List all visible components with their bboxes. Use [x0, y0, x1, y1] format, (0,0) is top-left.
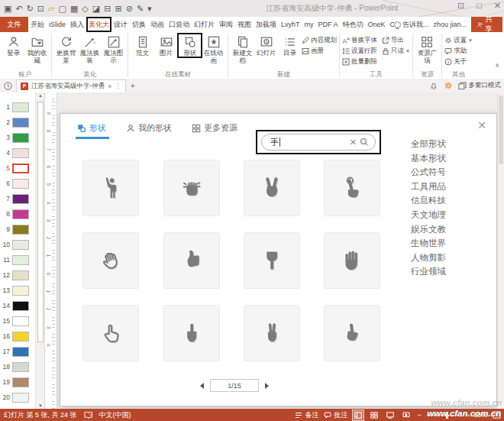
category-item[interactable]: 信息科技: [411, 193, 446, 208]
file-tab[interactable]: 文件: [0, 17, 28, 32]
multi-window-mode[interactable]: 多窗口模式: [458, 81, 502, 90]
ribbon-tab-16[interactable]: OneK: [366, 17, 388, 32]
shape-result[interactable]: [244, 232, 300, 289]
fit-to-window-icon[interactable]: [493, 411, 501, 419]
sample-doc-button[interactable]: 范文: [131, 34, 154, 57]
shape-result[interactable]: [163, 232, 220, 289]
slideshow-icon[interactable]: ⊡: [37, 5, 44, 13]
ribbon-tab-14[interactable]: PDF A: [316, 17, 341, 32]
category-item[interactable]: 行业领域: [411, 264, 446, 279]
slide-thumbnail[interactable]: [12, 148, 29, 158]
album-button[interactable]: 画册: [302, 46, 337, 56]
close-icon[interactable]: ✕: [494, 2, 501, 10]
slide-thumbnail[interactable]: [12, 194, 29, 204]
ribbon-tab-11[interactable]: 加载项: [254, 17, 279, 32]
export-button[interactable]: 导出: [382, 35, 410, 45]
slide-thumbnail[interactable]: [12, 286, 29, 296]
slide-panel-scrollbar[interactable]: ▲ ▼: [35, 92, 44, 409]
replace-font-button[interactable]: A 替换字体: [342, 35, 377, 45]
login-button[interactable]: 登录: [2, 34, 25, 57]
slide-thumbnail[interactable]: [12, 209, 29, 219]
slide-thumbnail[interactable]: [12, 316, 29, 326]
new-document-button[interactable]: 新建文档: [231, 34, 254, 64]
help-button[interactable]: 求助: [444, 46, 473, 56]
tab-menu-icon[interactable]: ⋮: [115, 83, 121, 89]
shapes-icon[interactable]: ◇: [82, 5, 88, 13]
category-item[interactable]: 生物世界: [411, 236, 446, 251]
document-tab[interactable]: P 江苏省海安高级中学-仲勇 × ⋮: [16, 79, 126, 92]
tab-shapes[interactable]: 形状: [77, 122, 106, 134]
ribbon-tab-0[interactable]: 开始: [28, 17, 47, 32]
slide-thumbnail[interactable]: [12, 270, 29, 280]
proofing-icon[interactable]: [84, 411, 92, 419]
prev-page-icon[interactable]: [200, 383, 204, 389]
about-button[interactable]: 关于: [444, 57, 473, 66]
collapse-ribbon-icon[interactable]: ∧: [495, 62, 499, 69]
change-background-button[interactable]: 更换背景: [54, 34, 78, 64]
batch-delete-button[interactable]: 批量删除: [342, 57, 377, 66]
content-plan-button[interactable]: 内容规划: [302, 35, 337, 45]
pen-icon[interactable]: ✎: [137, 5, 144, 13]
ribbon-tab-8[interactable]: 幻灯片: [192, 17, 217, 32]
reading-view-button[interactable]: [385, 410, 396, 420]
ribbon-options-icon[interactable]: ⊡: [457, 2, 464, 10]
ribbon-tab-17[interactable]: OneK: [388, 17, 394, 32]
no-fill-icon[interactable]: ⊘: [126, 5, 133, 13]
category-item[interactable]: 基本形状: [411, 151, 446, 166]
tab-my-shapes[interactable]: 我的形状: [126, 122, 172, 134]
favorites-button[interactable]: 我的收藏: [25, 34, 49, 64]
shape-result[interactable]: [82, 232, 139, 289]
redo-icon[interactable]: ↻: [27, 5, 34, 13]
ribbon-tab-2[interactable]: 插入: [68, 17, 86, 32]
ribbon-tab-4[interactable]: 设计: [111, 17, 130, 32]
slide-thumbnail[interactable]: [12, 240, 29, 250]
shape-result[interactable]: [82, 305, 139, 361]
tab-more-resources[interactable]: 更多资源: [192, 122, 237, 134]
normal-view-button[interactable]: [353, 410, 363, 420]
table-icon[interactable]: ▦: [70, 5, 78, 13]
ribbon-tab-13[interactable]: my: [302, 17, 316, 32]
save-icon[interactable]: ▣: [4, 5, 11, 13]
shape-result[interactable]: [163, 305, 220, 361]
scrollbar-thumb[interactable]: [499, 96, 503, 164]
zoom-slider[interactable]: [427, 415, 459, 416]
slide-thumbnail[interactable]: [12, 133, 29, 143]
zoom-out-button[interactable]: −: [417, 411, 421, 419]
ribbon-tab-12[interactable]: LvyhT: [279, 17, 302, 32]
next-page-icon[interactable]: [265, 383, 269, 389]
close-panel-icon[interactable]: ✕: [477, 119, 486, 131]
zoom-level[interactable]: 80%: [473, 411, 487, 419]
category-item[interactable]: 娱乐文教: [411, 222, 446, 237]
scrollbar-thumb[interactable]: [37, 102, 44, 342]
slide-thumbnail[interactable]: [12, 255, 29, 265]
grid-icon[interactable]: ⊞: [115, 5, 121, 13]
comments-button[interactable]: 批注: [324, 410, 347, 420]
ribbon-tab-9[interactable]: 审阅: [217, 17, 235, 32]
shape-result[interactable]: [244, 160, 300, 216]
shape-result[interactable]: [324, 160, 380, 216]
shape-result[interactable]: [324, 232, 380, 289]
language-indicator[interactable]: 中文(中国): [99, 410, 131, 420]
slide-thumbnail[interactable]: [12, 362, 29, 372]
line-spacing-button[interactable]: 设置行距: [342, 46, 377, 56]
shape-result[interactable]: [244, 305, 300, 361]
user-account[interactable]: zhou jian...: [434, 21, 467, 28]
search-input[interactable]: 手 ✕: [261, 134, 376, 151]
zoom-in-button[interactable]: +: [464, 411, 468, 419]
slide-sorter-view-button[interactable]: [369, 410, 380, 420]
slide-thumbnail[interactable]: [12, 118, 29, 128]
slide-thumbnail[interactable]: [12, 347, 29, 357]
new-file-icon[interactable]: ▢: [59, 5, 66, 13]
tell-me[interactable]: 告诉我...: [394, 20, 429, 30]
main-scrollbar[interactable]: [497, 92, 504, 409]
magic-dress-button[interactable]: 魔法换装: [78, 34, 102, 64]
more-icon[interactable]: ▾: [147, 5, 152, 13]
resource-plaza-button[interactable]: 资源广场: [415, 34, 439, 64]
slide-thumbnail[interactable]: [12, 102, 29, 112]
ribbon-tab-10[interactable]: 视图: [235, 17, 254, 32]
online-animation-button[interactable]: 在线动画: [202, 34, 225, 64]
shape-result[interactable]: [82, 160, 139, 216]
undo-icon[interactable]: ↶: [15, 5, 22, 13]
ribbon-tab-1[interactable]: iSlide: [47, 17, 68, 32]
catalog-button[interactable]: 目录: [278, 34, 302, 57]
